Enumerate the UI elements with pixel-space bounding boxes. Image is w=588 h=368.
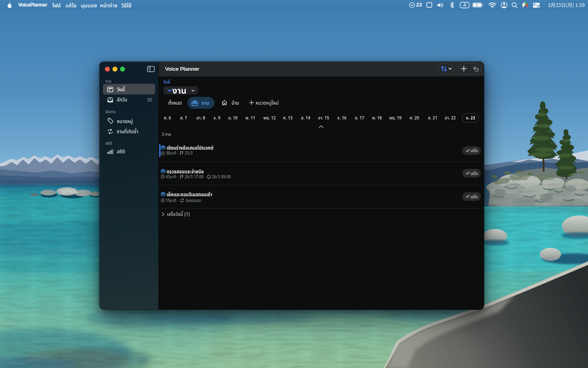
svg-text:A: A (463, 2, 466, 7)
